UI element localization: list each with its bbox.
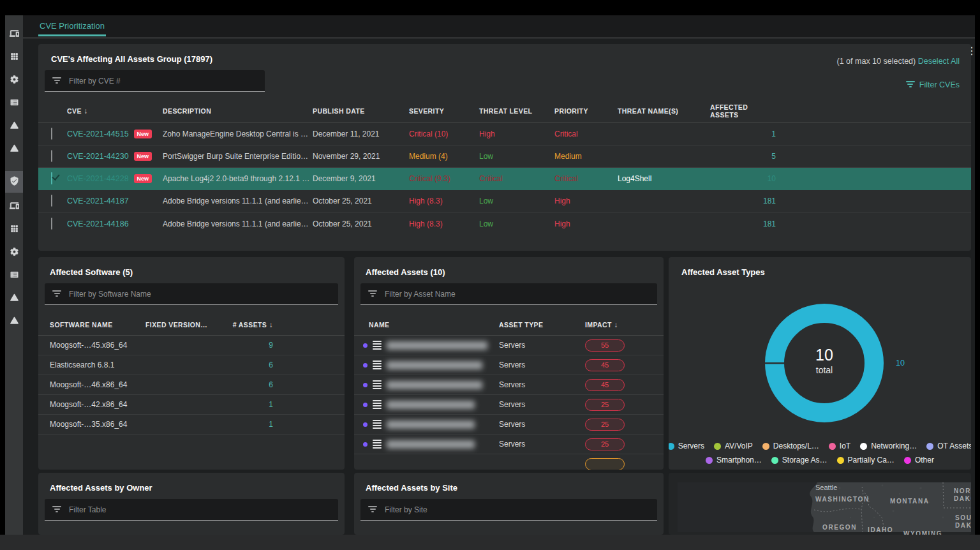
- legend-item-desktops[interactable]: Desktops/L…: [762, 442, 819, 450]
- sidebar-item-delta-3[interactable]: [5, 287, 23, 310]
- sidebar-item-list-2[interactable]: [5, 264, 23, 287]
- asset-detail-icon[interactable]: [373, 341, 382, 350]
- table-row[interactable]: Moogsoft-…42.x86_64 1: [38, 395, 345, 415]
- col-threat-level[interactable]: THREAT LEVEL: [479, 107, 554, 115]
- sidebar-item-settings[interactable]: [5, 69, 23, 92]
- col-threat-names[interactable]: THREAT NAME(S): [618, 107, 710, 115]
- asset-count: 6: [227, 380, 273, 389]
- sidebar-item-delta-4[interactable]: [5, 310, 23, 333]
- table-row[interactable]: Elasticsearch 6.8.1 6: [38, 355, 345, 375]
- table-row[interactable]: CVE-2021-44187 Adobe Bridge versions 11.…: [38, 190, 971, 212]
- col-cve[interactable]: CVE ↓: [67, 107, 163, 115]
- asset-detail-icon[interactable]: [373, 400, 382, 409]
- legend-item-storage[interactable]: Storage As…: [771, 456, 828, 465]
- software-name: Moogsoft-…46.x86_64: [50, 380, 145, 389]
- asset-detail-icon[interactable]: [373, 360, 382, 369]
- row-checkbox-checked[interactable]: [51, 172, 52, 184]
- sidebar-item-list[interactable]: [5, 92, 23, 115]
- legend-dot: [669, 443, 674, 450]
- col-affected-assets[interactable]: AFFECTED ASSETS: [710, 103, 776, 119]
- table-row[interactable]: CVE-2021-44230New PortSwigger Burp Suite…: [38, 145, 971, 168]
- col-fixed-version[interactable]: FIXED VERSION…: [145, 321, 227, 329]
- threat-names-value: Log4Shell: [618, 174, 710, 183]
- sidebar-item-settings-2[interactable]: [5, 241, 23, 264]
- site-filter-input[interactable]: [383, 499, 655, 520]
- col-asset-type[interactable]: ASSET TYPE: [499, 321, 579, 329]
- sort-desc-icon: ↓: [84, 107, 87, 115]
- row-checkbox[interactable]: [51, 128, 52, 140]
- row-checkbox[interactable]: [51, 150, 52, 162]
- cve-link[interactable]: CVE-2021-44186: [67, 219, 129, 228]
- priority-value: Critical: [554, 174, 618, 183]
- legend-item-other[interactable]: Other: [904, 456, 934, 465]
- asset-detail-icon[interactable]: [373, 380, 382, 389]
- col-publish-date[interactable]: PUBLISH DATE: [313, 107, 409, 115]
- filter-icon: [52, 506, 61, 514]
- assets-filter-input[interactable]: [383, 283, 655, 304]
- col-description[interactable]: DESCRIPTION: [163, 107, 313, 115]
- table-row-selected[interactable]: CVE-2021-44228New Apache Log4j2 2.0-beta…: [38, 168, 971, 190]
- legend-item-av-voip[interactable]: AV/VoIP: [714, 442, 753, 450]
- legend-dot: [926, 443, 933, 450]
- assets-filter: [360, 283, 657, 305]
- cve-description: Zoho ManageEngine Desktop Central is …: [163, 130, 313, 138]
- slice-value-label: 10: [896, 359, 905, 368]
- col-num-assets[interactable]: # ASSETS ↓: [227, 320, 273, 329]
- software-filter-input[interactable]: [68, 283, 336, 304]
- apps-grid-icon: [10, 52, 19, 64]
- owner-filter-input[interactable]: [68, 499, 336, 520]
- asset-type: Servers: [499, 400, 579, 409]
- affected-assets-by-owner-panel: Affected Assets by Owner: [38, 473, 345, 535]
- legend-item-partially[interactable]: Partially Ca…: [837, 456, 895, 465]
- table-row[interactable]: Moogsoft-…46.x86_64 6: [38, 375, 345, 395]
- sidebar-item-devices-2[interactable]: [5, 195, 23, 218]
- col-priority[interactable]: PRIORITY: [554, 107, 618, 115]
- legend-item-servers[interactable]: Servers: [669, 442, 704, 450]
- geo-map[interactable]: Seattle WASHINGTON MONTANA NORTH DAKOTA …: [669, 473, 971, 535]
- col-impact[interactable]: IMPACT ↓: [579, 320, 630, 329]
- map-label-north-dakota: NORTH: [954, 487, 971, 494]
- cve-link[interactable]: CVE-2021-44515: [67, 130, 129, 138]
- sidebar-item-apps-2[interactable]: [5, 218, 23, 241]
- impact-badge: 25: [585, 438, 625, 450]
- sidebar-item-delta-1[interactable]: [5, 115, 23, 138]
- filter-cves-button[interactable]: Filter CVEs: [906, 80, 960, 89]
- table-row[interactable]: Servers 45: [354, 355, 664, 375]
- software-table-header: SOFTWARE NAME FIXED VERSION… # ASSETS ↓: [38, 314, 345, 336]
- row-checkbox[interactable]: [51, 195, 52, 207]
- table-row[interactable]: Servers 25: [354, 415, 664, 435]
- table-row[interactable]: Servers 55: [354, 336, 664, 355]
- row-checkbox[interactable]: [51, 218, 52, 230]
- col-name[interactable]: NAME: [362, 321, 499, 329]
- sidebar-item-apps[interactable]: [5, 46, 23, 69]
- cve-link[interactable]: CVE-2021-44228: [67, 174, 129, 183]
- asset-detail-icon[interactable]: [373, 420, 382, 429]
- table-row[interactable]: Moogsoft-…45.x86_64 9: [38, 336, 345, 355]
- sidebar-item-devices[interactable]: [5, 23, 23, 46]
- cve-link[interactable]: CVE-2021-44230: [67, 152, 129, 161]
- sidebar-item-delta-2[interactable]: [5, 138, 23, 161]
- cve-link[interactable]: CVE-2021-44187: [67, 197, 129, 205]
- new-badge: New: [134, 152, 152, 161]
- table-row[interactable]: Servers 25: [354, 395, 664, 415]
- table-row[interactable]: Servers 45: [354, 375, 664, 395]
- col-software-name[interactable]: SOFTWARE NAME: [50, 321, 145, 329]
- legend-item-ot-assets[interactable]: OT Assets: [926, 442, 971, 450]
- cve-panel: CVE's Affecting All Assets Group (17897)…: [38, 44, 971, 251]
- asset-detail-icon[interactable]: [373, 440, 382, 449]
- table-row[interactable]: Servers 25: [354, 435, 664, 454]
- cve-filter-input[interactable]: [68, 70, 262, 91]
- table-row[interactable]: CVE-2021-44515New Zoho ManageEngine Desk…: [38, 123, 971, 145]
- table-row[interactable]: [354, 454, 664, 470]
- legend-item-networking[interactable]: Networking…: [860, 442, 917, 450]
- table-row[interactable]: Moogsoft-…35.x86_64 1: [38, 415, 345, 435]
- cve-description: Adobe Bridge versions 11.1.1 (and earlie…: [163, 219, 313, 228]
- sidebar-item-vulnerability-active[interactable]: [5, 171, 23, 193]
- table-row[interactable]: CVE-2021-44186 Adobe Bridge versions 11.…: [38, 212, 971, 235]
- selection-note: (1 of max 10 selected) Deselect All: [837, 57, 960, 66]
- col-severity[interactable]: SEVERITY: [409, 107, 479, 115]
- legend-item-smartphones[interactable]: Smartphon…: [706, 456, 762, 465]
- deselect-all-link[interactable]: Deselect All: [918, 57, 960, 66]
- tab-cve-prioritization[interactable]: CVE Prioritization: [38, 15, 106, 36]
- legend-item-iot[interactable]: IoT: [829, 442, 850, 450]
